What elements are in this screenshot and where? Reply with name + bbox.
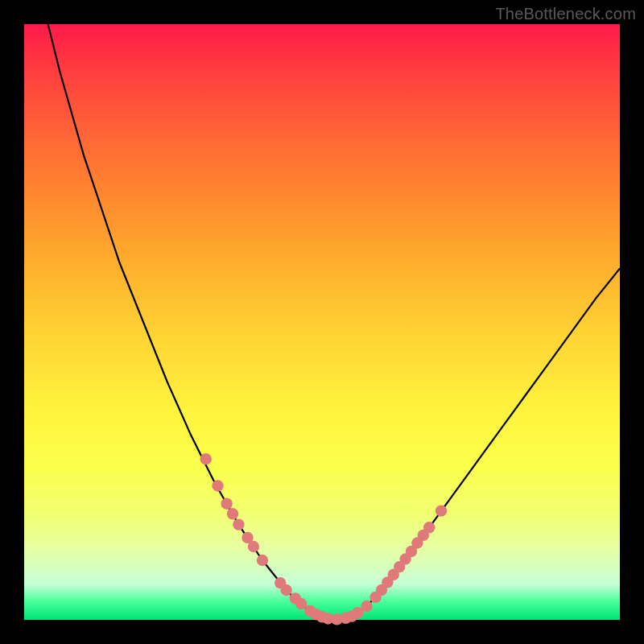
data-marker (221, 498, 232, 510)
watermark-text: TheBottleneck.com (495, 5, 636, 23)
bottleneck-curve (48, 24, 620, 620)
data-marker (423, 522, 435, 533)
data-marker (248, 541, 259, 552)
data-marker (212, 480, 223, 491)
data-marker (436, 505, 447, 516)
chart-svg (24, 24, 620, 620)
plot-area (24, 24, 620, 620)
data-markers-group (200, 453, 448, 625)
data-marker (200, 453, 212, 464)
chart-frame: TheBottleneck.com (0, 0, 644, 644)
data-marker (233, 518, 244, 530)
data-marker (280, 584, 291, 596)
data-marker (361, 601, 372, 612)
data-marker (227, 508, 238, 519)
data-marker (257, 555, 268, 566)
